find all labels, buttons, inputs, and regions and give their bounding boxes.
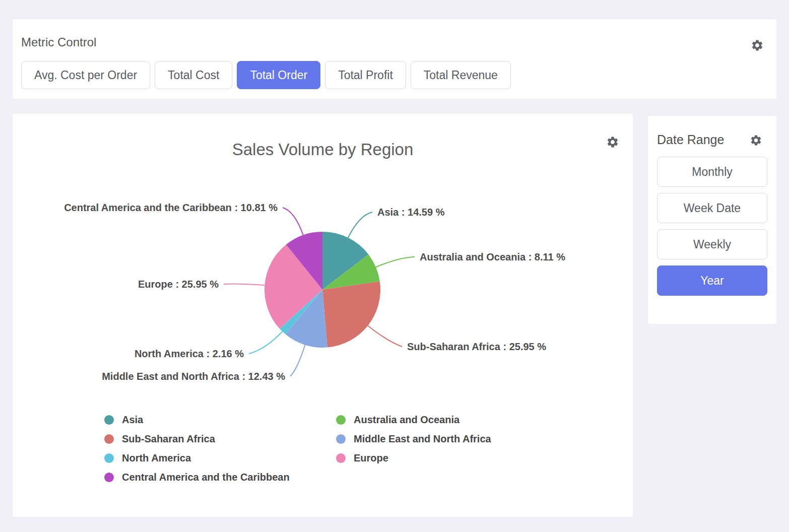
pie-leader-line-central-america-and-the-caribbean bbox=[283, 208, 303, 235]
legend-label-central-america-and-the-caribbean: Central America and the Caribbean bbox=[122, 472, 290, 483]
sales-volume-chart-panel: Sales Volume by Region Asia : 14.59 %Aus… bbox=[13, 114, 633, 517]
legend-column-left: AsiaSub-Saharan AfricaNorth AmericaCentr… bbox=[104, 410, 290, 487]
range-button-week-date[interactable]: Week Date bbox=[657, 193, 767, 223]
legend-dot-north-america bbox=[104, 453, 114, 463]
metric-button-total-profit[interactable]: Total Profit bbox=[325, 61, 406, 89]
metric-button-total-order[interactable]: Total Order bbox=[237, 61, 320, 89]
pie-label-middle-east-and-north-africa: Middle East and North Africa : 12.43 % bbox=[102, 371, 285, 382]
date-range-panel: Date Range MonthlyWeek DateWeeklyYear bbox=[648, 116, 776, 324]
pie-label-europe: Europe : 25.95 % bbox=[138, 279, 219, 290]
pie-label-sub-saharan-africa: Sub-Saharan Africa : 25.95 % bbox=[407, 341, 546, 352]
legend-label-middle-east-and-north-africa: Middle East and North Africa bbox=[354, 433, 491, 445]
legend-item-sub-saharan-africa[interactable]: Sub-Saharan Africa bbox=[104, 429, 290, 448]
pie-leader-line-middle-east-and-north-africa bbox=[290, 345, 305, 376]
gear-icon bbox=[751, 39, 764, 52]
pie-label-australia-and-oceania: Australia and Oceania : 8.11 % bbox=[420, 251, 565, 262]
pie-leader-line-europe bbox=[224, 284, 265, 286]
date-range-button-group: MonthlyWeek DateWeeklyYear bbox=[657, 157, 767, 296]
legend-dot-asia bbox=[104, 415, 114, 425]
pie-chart: Asia : 14.59 %Australia and Oceania : 8.… bbox=[13, 114, 633, 396]
pie-label-north-america: North America : 2.16 % bbox=[135, 348, 244, 359]
pie-slice-sub-saharan-africa[interactable] bbox=[322, 281, 380, 347]
legend-label-australia-and-oceania: Australia and Oceania bbox=[354, 414, 459, 426]
pie-leader-line-australia-and-oceania bbox=[376, 257, 415, 267]
legend-dot-middle-east-and-north-africa bbox=[336, 434, 346, 444]
pie-label-central-america-and-the-caribbean: Central America and the Caribbean : 10.8… bbox=[64, 202, 278, 213]
pie-label-asia: Asia : 14.59 % bbox=[377, 207, 445, 218]
metric-button-total-cost[interactable]: Total Cost bbox=[155, 61, 232, 89]
legend-item-north-america[interactable]: North America bbox=[104, 448, 290, 468]
range-button-year[interactable]: Year bbox=[657, 265, 767, 296]
legend-dot-europe bbox=[336, 453, 346, 463]
legend-item-central-america-and-the-caribbean[interactable]: Central America and the Caribbean bbox=[104, 468, 290, 487]
pie-leader-line-asia bbox=[348, 212, 372, 238]
metric-control-panel: Metric Control Avg. Cost per OrderTotal … bbox=[13, 19, 776, 99]
legend-item-asia[interactable]: Asia bbox=[104, 410, 290, 429]
metric-button-group: Avg. Cost per OrderTotal CostTotal Order… bbox=[21, 61, 511, 89]
metric-button-avg-cost-per-order[interactable]: Avg. Cost per Order bbox=[21, 61, 150, 89]
legend-dot-sub-saharan-africa bbox=[104, 434, 114, 444]
legend-dot-australia-and-oceania bbox=[336, 415, 346, 425]
pie-leader-line-sub-saharan-africa bbox=[368, 325, 402, 347]
legend-label-sub-saharan-africa: Sub-Saharan Africa bbox=[122, 433, 215, 445]
metric-settings-gear-icon[interactable] bbox=[751, 39, 764, 52]
legend-column-right: Australia and OceaniaMiddle East and Nor… bbox=[336, 410, 491, 468]
metric-button-total-revenue[interactable]: Total Revenue bbox=[411, 61, 511, 89]
range-button-weekly[interactable]: Weekly bbox=[657, 229, 767, 259]
legend-dot-central-america-and-the-caribbean bbox=[104, 473, 114, 482]
legend-item-middle-east-and-north-africa[interactable]: Middle East and North Africa bbox=[336, 429, 491, 448]
legend-item-australia-and-oceania[interactable]: Australia and Oceania bbox=[336, 410, 491, 429]
gear-icon bbox=[750, 134, 762, 147]
date-range-settings-gear-icon[interactable] bbox=[750, 134, 762, 147]
date-range-title: Date Range bbox=[657, 132, 724, 147]
legend-label-europe: Europe bbox=[354, 452, 388, 464]
metric-control-title: Metric Control bbox=[21, 35, 96, 49]
legend-label-asia: Asia bbox=[122, 414, 143, 426]
legend-item-europe[interactable]: Europe bbox=[336, 448, 491, 468]
pie-leader-line-north-america bbox=[249, 331, 282, 354]
legend-label-north-america: North America bbox=[122, 452, 191, 464]
range-button-monthly[interactable]: Monthly bbox=[657, 157, 767, 187]
